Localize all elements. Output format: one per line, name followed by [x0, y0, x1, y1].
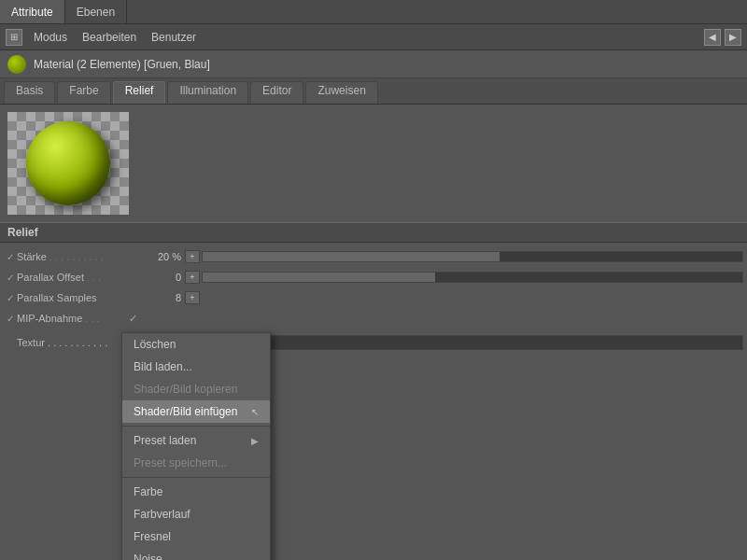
sphere-preview[interactable] — [7, 112, 129, 215]
menu-label-farbe: Farbe — [134, 485, 162, 498]
material-sphere-icon — [7, 55, 26, 74]
dots-textur: . . . . . . . . . . . — [45, 337, 107, 348]
label-textur: Textur . . . . . . . . . . . — [17, 337, 129, 348]
slider-fill-parallax-offset — [203, 273, 435, 282]
check-parallax-samples[interactable]: ✓ — [4, 291, 17, 304]
property-row-staerke: ✓ Stärke . . . . . . . . . . 20 % + — [0, 246, 747, 267]
property-row-mip-abnahme: ✓ MIP-Abnahme . . . ✓ — [0, 308, 747, 329]
tab-ebenen[interactable]: Ebenen — [65, 0, 127, 23]
value-staerke[interactable]: 20 % — [129, 251, 185, 262]
material-header: Material (2 Elemente) [Gruen, Blau] — [0, 50, 747, 78]
textur-section: Textur . . . . . . . . . . . ▶ Löschen B… — [0, 332, 747, 353]
menu-item-preset-speichern: Preset speichern... — [122, 452, 270, 474]
tab-relief[interactable]: Relief — [113, 81, 166, 104]
menu-label-preset-laden: Preset laden — [134, 434, 196, 447]
material-title: Material (2 Elemente) [Gruen, Blau] — [34, 58, 210, 71]
menu-item-farbe[interactable]: Farbe — [122, 481, 270, 503]
value-parallax-offset[interactable]: 0 — [129, 272, 185, 283]
menu-modus[interactable]: Modus — [34, 31, 67, 44]
toolbar-grid-icon[interactable]: ⊞ — [6, 29, 22, 46]
arrow-right-btn[interactable]: ▶ — [725, 29, 741, 46]
check-mip-abnahme[interactable]: ✓ — [4, 312, 17, 325]
tab-farbe[interactable]: Farbe — [57, 81, 110, 104]
value-mip-abnahme[interactable]: ✓ — [129, 313, 137, 325]
menu-item-farbverlauf[interactable]: Farbverlauf — [122, 503, 270, 525]
properties-panel: ✓ Stärke . . . . . . . . . . 20 % + ✓ Pa… — [0, 243, 747, 332]
menu-separator-1 — [122, 426, 270, 427]
dots-staerke: . . . . . . . . . . — [47, 251, 104, 262]
menu-item-bild-laden[interactable]: Bild laden... — [122, 356, 270, 378]
cursor-indicator: ↖ — [251, 407, 259, 417]
slider-fill-staerke — [203, 252, 500, 261]
check-staerke[interactable]: ✓ — [4, 250, 17, 263]
dots-mip-abnahme: . . . — [82, 313, 99, 324]
menu-bearbeiten[interactable]: Bearbeiten — [82, 31, 136, 44]
menu-label-bild-laden: Bild laden... — [134, 360, 192, 373]
property-row-parallax-offset: ✓ Parallax Offset . . . 0 + — [0, 267, 747, 287]
property-row-parallax-samples: ✓ Parallax Samples 8 + — [0, 287, 747, 308]
menu-label-noise: Noise — [134, 553, 162, 560]
toolbar: ⊞ Modus Bearbeiten Benutzer ◀ ▶ — [0, 24, 747, 50]
top-tab-bar: Attribute Ebenen — [0, 0, 747, 24]
menu-item-einfuegen[interactable]: Shader/Bild einfügen ↖ — [122, 400, 270, 423]
tab-attribute[interactable]: Attribute — [0, 0, 65, 23]
menu-item-kopieren: Shader/Bild kopieren — [122, 378, 270, 400]
menu-label-preset-speichern: Preset speichern... — [134, 456, 227, 469]
menu-item-preset-laden[interactable]: Preset laden ▶ — [122, 429, 270, 452]
label-mip-abnahme: MIP-Abnahme . . . — [17, 313, 129, 324]
toolbar-nav-arrows: ◀ ▶ — [704, 29, 741, 46]
tab-editor[interactable]: Editor — [250, 81, 303, 104]
check-textur[interactable] — [4, 336, 17, 349]
tab-illumination[interactable]: Illumination — [167, 81, 248, 104]
menu-benutzer[interactable]: Benutzer — [151, 31, 196, 44]
btn-parallax-offset[interactable]: + — [185, 271, 200, 284]
check-parallax-offset[interactable]: ✓ — [4, 271, 17, 284]
value-parallax-samples[interactable]: 8 — [129, 292, 185, 303]
toolbar-menu: Modus Bearbeiten Benutzer — [34, 31, 196, 44]
textur-row: Textur . . . . . . . . . . . ▶ — [0, 332, 747, 353]
menu-label-farbverlauf: Farbverlauf — [134, 508, 190, 521]
menu-item-fresnel[interactable]: Fresnel — [122, 525, 270, 548]
menu-label-fresnel: Fresnel — [134, 530, 171, 543]
slider-parallax-offset[interactable] — [202, 272, 743, 283]
preview-area — [0, 105, 747, 222]
menu-item-loeschen[interactable]: Löschen — [122, 333, 270, 356]
slider-staerke[interactable] — [202, 251, 743, 262]
btn-staerke[interactable]: + — [185, 250, 200, 263]
material-sphere — [26, 121, 110, 205]
relief-section-header: Relief — [0, 222, 747, 243]
tab-basis[interactable]: Basis — [4, 81, 55, 104]
menu-label-einfuegen: Shader/Bild einfügen — [134, 405, 237, 418]
dots-parallax-offset: . . . — [84, 272, 101, 283]
label-parallax-offset: Parallax Offset . . . — [17, 272, 129, 283]
menu-label-loeschen: Löschen — [134, 338, 176, 351]
label-parallax-samples: Parallax Samples — [17, 292, 129, 303]
btn-parallax-samples[interactable]: + — [185, 291, 200, 304]
arrow-left-btn[interactable]: ◀ — [704, 29, 721, 46]
menu-item-noise[interactable]: Noise — [122, 548, 270, 560]
label-staerke: Stärke . . . . . . . . . . — [17, 251, 129, 262]
menu-label-kopieren: Shader/Bild kopieren — [134, 383, 237, 396]
dropdown-menu: Löschen Bild laden... Shader/Bild kopier… — [121, 332, 271, 560]
menu-separator-2 — [122, 477, 270, 478]
section-tabs: Basis Farbe Relief Illumination Editor Z… — [0, 78, 747, 105]
menu-arrow-preset: ▶ — [251, 436, 259, 446]
tab-zuweisen[interactable]: Zuweisen — [305, 81, 377, 104]
